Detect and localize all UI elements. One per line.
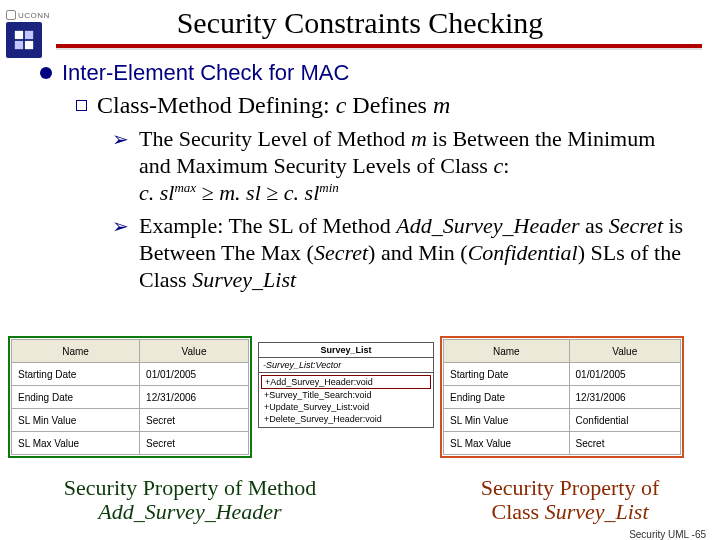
t: :	[503, 153, 509, 178]
svg-rect-1	[25, 31, 33, 39]
table-row: SL Max ValueSecret	[444, 432, 681, 455]
cap-text: Survey_List	[545, 499, 649, 524]
cap-text: Add_Survey_Header	[98, 499, 281, 524]
col-value: Value	[569, 340, 680, 363]
svg-rect-0	[15, 31, 23, 39]
uml-method: +Survey_Title_Search:void	[261, 389, 431, 401]
svg-rect-3	[25, 41, 33, 49]
expr: max	[174, 180, 196, 195]
t: Add_Survey_Header	[396, 213, 579, 238]
arrow-icon: ➢	[112, 126, 129, 207]
l2-m: m	[433, 92, 450, 118]
l2-mid: Defines	[346, 92, 433, 118]
table-row: Ending Date12/31/2006	[444, 386, 681, 409]
shield-icon	[6, 10, 16, 20]
table-row: SL Min ValueConfidential	[444, 409, 681, 432]
bullet-l1: Inter-Element Check for MAC	[40, 60, 692, 87]
table-row: Starting Date01/01/2005	[12, 363, 249, 386]
cell: SL Max Value	[444, 432, 570, 455]
t: Survey_List	[192, 267, 296, 292]
t: Confidential	[468, 240, 578, 265]
t: ) and Min (	[368, 240, 468, 265]
t: m	[411, 126, 427, 151]
bullet-l2-text: Class-Method Defining: c Defines m	[97, 91, 450, 120]
l2-c: c	[336, 92, 347, 118]
title-rule	[56, 44, 702, 48]
method-props-wrap: Name Value Starting Date01/01/2005 Endin…	[8, 336, 252, 458]
cap-text: Security Property of Method	[64, 475, 316, 500]
cell: SL Max Value	[12, 432, 140, 455]
expr: ≥	[196, 180, 219, 205]
cell: 12/31/2006	[140, 386, 249, 409]
caption-left: Security Property of Method Add_Survey_H…	[0, 476, 370, 524]
table-header: Name Value	[444, 340, 681, 363]
bullet-dot-icon	[40, 67, 52, 79]
l3-2-text: Example: The SL of Method Add_Survey_Hea…	[139, 213, 692, 293]
expr: min	[319, 180, 339, 195]
cap-text: Class	[491, 499, 544, 524]
logo-block: UCONN	[6, 10, 52, 58]
class-props-wrap: Name Value Starting Date01/01/2005 Endin…	[440, 336, 684, 458]
col-name: Name	[444, 340, 570, 363]
uml-method: +Update_Survey_List:void	[261, 401, 431, 413]
cell: Secret	[140, 409, 249, 432]
page-title: Security Constraints Checking	[0, 6, 720, 40]
expr: c. sl	[139, 180, 174, 205]
t: Secret	[609, 213, 663, 238]
arrow-icon: ➢	[112, 213, 129, 293]
panels: Name Value Starting Date01/01/2005 Endin…	[8, 336, 712, 458]
t: The Security Level of Method	[139, 126, 411, 151]
l3-1-text: The Security Level of Method m is Betwee…	[139, 126, 692, 207]
uml-title: Survey_List	[259, 343, 433, 358]
table-row: SL Max ValueSecret	[12, 432, 249, 455]
svg-rect-2	[15, 41, 23, 49]
body: Inter-Element Check for MAC Class-Method…	[40, 60, 692, 293]
expr: m. sl	[219, 180, 261, 205]
t: as	[580, 213, 609, 238]
caption-right: Security Property of Class Survey_List	[370, 476, 720, 524]
cell: Ending Date	[444, 386, 570, 409]
uml-methods: +Add_Survey_Header:void +Survey_Title_Se…	[259, 373, 433, 427]
logo-text: UCONN	[18, 11, 50, 20]
cell: SL Min Value	[12, 409, 140, 432]
t: Secret	[314, 240, 368, 265]
cell: 01/01/2005	[140, 363, 249, 386]
cell: Starting Date	[444, 363, 570, 386]
uml-class: Survey_List -Survey_List:Vector +Add_Sur…	[258, 342, 434, 428]
cell: 01/01/2005	[569, 363, 680, 386]
cap-text: Security Property of	[481, 475, 659, 500]
method-props-table: Name Value Starting Date01/01/2005 Endin…	[11, 339, 249, 455]
table-row: Starting Date01/01/2005	[444, 363, 681, 386]
uml-outer: Survey_List -Survey_List:Vector +Add_Sur…	[258, 342, 434, 428]
col-name: Name	[12, 340, 140, 363]
cell: Confidential	[569, 409, 680, 432]
logo-uconn: UCONN	[6, 10, 52, 20]
uml-method: +Delete_Survey_Header:void	[261, 413, 431, 425]
cell: 12/31/2006	[569, 386, 680, 409]
slide: UCONN Security Constraints Checking Inte…	[0, 6, 720, 540]
cell: SL Min Value	[444, 409, 570, 432]
expr: c. sl	[284, 180, 319, 205]
cell: Ending Date	[12, 386, 140, 409]
t: c	[493, 153, 503, 178]
footer: Security UML -65	[629, 529, 706, 540]
table-header: Name Value	[12, 340, 249, 363]
engineering-icon	[13, 29, 35, 51]
class-props-table: Name Value Starting Date01/01/2005 Endin…	[443, 339, 681, 455]
captions: Security Property of Method Add_Survey_H…	[0, 476, 720, 524]
bullet-l3-2: ➢ Example: The SL of Method Add_Survey_H…	[112, 213, 692, 293]
bullet-square-icon	[76, 100, 87, 111]
t: Example: The SL of Method	[139, 213, 396, 238]
cell: Starting Date	[12, 363, 140, 386]
l2-pre: Class-Method Defining:	[97, 92, 336, 118]
col-value: Value	[140, 340, 249, 363]
cell: Secret	[569, 432, 680, 455]
uml-method-highlight: +Add_Survey_Header:void	[261, 375, 431, 389]
table-row: SL Min ValueSecret	[12, 409, 249, 432]
uml-attr: -Survey_List:Vector	[259, 358, 433, 373]
bullet-l2: Class-Method Defining: c Defines m	[76, 91, 692, 120]
table-row: Ending Date12/31/2006	[12, 386, 249, 409]
logo-badge	[6, 22, 42, 58]
expr: ≥	[261, 180, 284, 205]
bullet-l3-1: ➢ The Security Level of Method m is Betw…	[112, 126, 692, 207]
